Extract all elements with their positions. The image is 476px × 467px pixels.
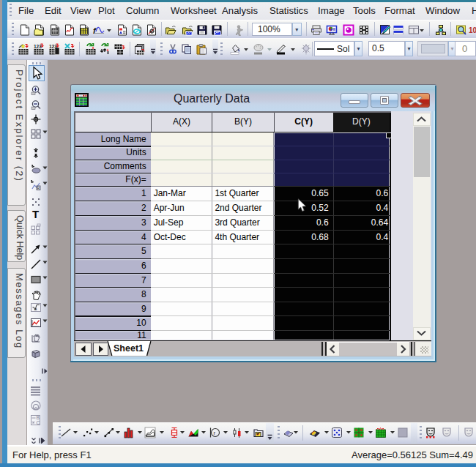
svg-text:r: r bbox=[214, 430, 216, 436]
svg-text:R: R bbox=[37, 186, 40, 190]
svg-text:T: T bbox=[32, 208, 39, 220]
svg-text:Sol: Sol bbox=[337, 44, 349, 54]
svg-text:10: 10 bbox=[469, 26, 476, 34]
svg-text:C: C bbox=[37, 420, 40, 425]
